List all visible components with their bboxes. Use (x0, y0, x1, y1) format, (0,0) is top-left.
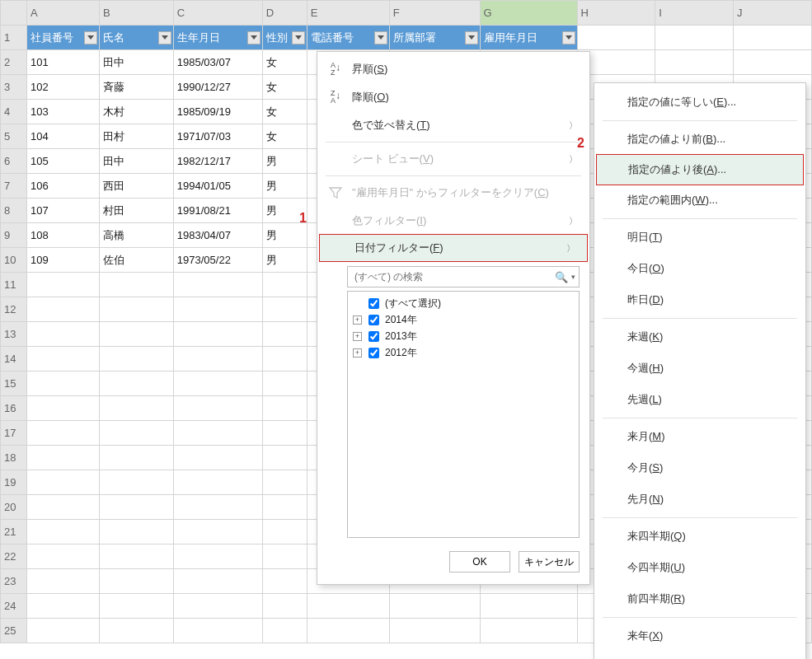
cell[interactable] (99, 520, 173, 544)
cell[interactable] (26, 396, 99, 421)
row-header[interactable]: 5 (1, 124, 27, 149)
cell[interactable] (262, 322, 307, 347)
cell[interactable] (262, 544, 307, 569)
select-all-checkbox[interactable] (368, 298, 379, 309)
cell-emp-no[interactable]: 102 (26, 75, 99, 100)
filter-tomorrow[interactable]: 明日(T) (594, 222, 805, 253)
year-checkbox[interactable] (368, 331, 379, 342)
filter-next-week[interactable]: 来週(K) (594, 321, 805, 353)
cell[interactable] (173, 347, 262, 372)
row-header[interactable]: 9 (1, 223, 27, 248)
sort-ascending[interactable]: AZ↓ 昇順(S) (317, 55, 589, 83)
row-header[interactable]: 6 (1, 149, 27, 174)
cell[interactable] (99, 297, 173, 322)
expand-icon[interactable]: + (353, 332, 362, 341)
cell[interactable] (99, 372, 173, 396)
cell[interactable] (26, 544, 99, 569)
cell-dob[interactable]: 1991/08/21 (173, 199, 262, 223)
cell[interactable] (99, 594, 173, 619)
filter-next-year[interactable]: 来年(X) (594, 620, 805, 652)
col-header-C[interactable]: C (173, 1, 262, 26)
cell[interactable] (26, 347, 99, 372)
cell[interactable] (26, 569, 99, 594)
cell[interactable] (99, 495, 173, 520)
cell[interactable] (262, 594, 307, 619)
cell-emp-no[interactable]: 109 (26, 248, 99, 273)
row-header[interactable]: 13 (1, 322, 27, 347)
cell[interactable] (262, 520, 307, 544)
row-header[interactable]: 8 (1, 199, 27, 223)
cell-dob[interactable]: 1985/09/19 (173, 100, 262, 124)
row-header[interactable]: 10 (1, 248, 27, 273)
cell[interactable] (99, 470, 173, 495)
col-header-F[interactable]: F (389, 1, 480, 26)
select-all-corner[interactable] (1, 1, 27, 26)
header-cell-dob[interactable]: 生年月日 (173, 26, 262, 50)
cell-dob[interactable]: 1983/04/07 (173, 223, 262, 248)
tree-item-year[interactable]: + 2013年 (353, 328, 574, 344)
cell-sex[interactable]: 男 (262, 149, 307, 174)
cell[interactable] (26, 520, 99, 544)
cell[interactable] (173, 569, 262, 594)
cell-sex[interactable]: 女 (262, 100, 307, 124)
row-header[interactable]: 14 (1, 347, 27, 372)
cell-sex[interactable]: 男 (262, 223, 307, 248)
row-header[interactable]: 18 (1, 446, 27, 470)
cell[interactable] (173, 619, 262, 643)
ok-button[interactable]: OK (449, 551, 510, 573)
header-cell-phone[interactable]: 電話番号 (307, 26, 389, 50)
cell[interactable] (26, 372, 99, 396)
cell[interactable] (99, 322, 173, 347)
cell[interactable] (262, 372, 307, 396)
cell-name[interactable]: 斉藤 (99, 75, 173, 100)
filter-last-month[interactable]: 先月(N) (594, 484, 805, 515)
cell[interactable] (734, 50, 812, 75)
cell[interactable] (480, 619, 577, 643)
filter-after[interactable]: 指定の値より後(A)... (596, 154, 804, 185)
filter-dropdown-btn[interactable] (465, 31, 478, 44)
row-header-1[interactable]: 1 (1, 26, 27, 50)
cell[interactable] (262, 470, 307, 495)
cell-dob[interactable]: 1985/03/07 (173, 50, 262, 75)
cell-dob[interactable]: 1973/05/22 (173, 248, 262, 273)
cell[interactable] (173, 446, 262, 470)
col-header-B[interactable]: B (99, 1, 173, 26)
filter-this-quarter[interactable]: 今四半期(U) (594, 552, 805, 583)
cell[interactable] (262, 273, 307, 297)
sort-descending[interactable]: ZA↓ 降順(O) (317, 83, 589, 111)
row-header[interactable]: 12 (1, 297, 27, 322)
cell[interactable] (262, 297, 307, 322)
tree-item-year[interactable]: + 2014年 (353, 311, 574, 328)
cell[interactable] (173, 396, 262, 421)
cell[interactable] (173, 322, 262, 347)
filter-equals[interactable]: 指定の値に等しい(E)... (594, 86, 805, 118)
cell[interactable] (99, 421, 173, 446)
cell-name[interactable]: 田中 (99, 149, 173, 174)
cell[interactable] (26, 273, 99, 297)
cell[interactable] (655, 50, 734, 75)
cell[interactable] (262, 421, 307, 446)
cell[interactable] (734, 26, 812, 50)
cell-emp-no[interactable]: 104 (26, 124, 99, 149)
cell-name[interactable]: 村田 (99, 199, 173, 223)
filter-dropdown-btn[interactable] (562, 31, 575, 44)
row-header[interactable]: 4 (1, 100, 27, 124)
cell[interactable] (173, 273, 262, 297)
filter-between[interactable]: 指定の範囲内(W)... (594, 185, 805, 216)
cancel-button[interactable]: キャンセル (519, 551, 580, 573)
row-header[interactable]: 23 (1, 569, 27, 594)
cell-name[interactable]: 高橋 (99, 223, 173, 248)
cell[interactable] (262, 569, 307, 594)
col-header-H[interactable]: H (577, 1, 655, 26)
filter-before[interactable]: 指定の値より前(B)... (594, 124, 805, 155)
filter-today[interactable]: 今日(O) (594, 253, 805, 284)
cell[interactable] (99, 446, 173, 470)
year-checkbox[interactable] (368, 315, 379, 325)
filter-next-month[interactable]: 来月(M) (594, 421, 805, 452)
header-cell-dept[interactable]: 所属部署 (389, 26, 480, 50)
cell[interactable] (99, 544, 173, 569)
filter-this-week[interactable]: 今週(H) (594, 353, 805, 384)
filter-search-input[interactable] (353, 270, 553, 283)
cell[interactable] (262, 619, 307, 643)
cell-sex[interactable]: 女 (262, 50, 307, 75)
